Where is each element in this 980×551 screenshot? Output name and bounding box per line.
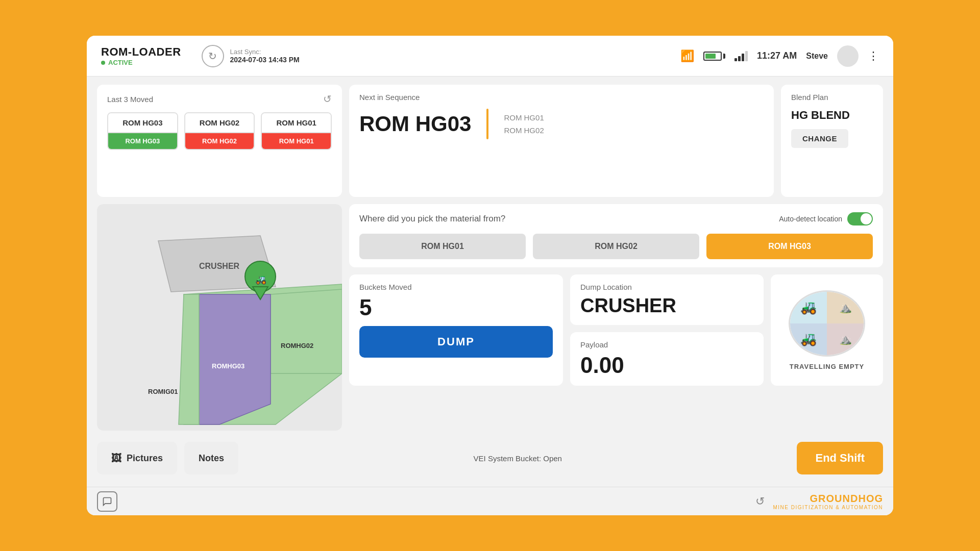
refresh-icon[interactable]: ↺	[755, 495, 765, 508]
map-area: CRUSHER ROM ROMHG02 ROMHG03 ROMIG01	[97, 204, 342, 431]
auto-detect-label: Auto-detect location	[779, 215, 842, 223]
moved-item-2-top: ROM HG01	[262, 113, 331, 133]
avatar	[837, 45, 859, 67]
material-btn-1[interactable]: ROM HG02	[533, 234, 699, 259]
svg-marker-7	[199, 294, 271, 424]
sync-text: Last Sync: 2024-07-03 14:43 PM	[230, 48, 300, 64]
user-name: Steve	[806, 52, 828, 61]
material-btn-2[interactable]: ROM HG03	[706, 234, 873, 259]
moved-item-0: ROM HG03 ROM HG03	[107, 112, 178, 150]
svg-text:🚜: 🚜	[255, 274, 267, 285]
buckets-moved-label: Buckets Moved	[359, 283, 553, 291]
buckets-moved-card: Buckets Moved 5 DUMP	[349, 274, 563, 386]
content: Last 3 Moved ↺ ROM HG03 ROM HG03 ROM HG0…	[87, 77, 893, 487]
pictures-button[interactable]: 🖼 Pictures	[97, 442, 177, 474]
material-btn-0[interactable]: ROM HG01	[359, 234, 526, 259]
pictures-label: Pictures	[127, 453, 163, 464]
vehicle-status-label: TRAVELLING EMPTY	[790, 363, 864, 370]
next-sequence-main: ROM HG03	[359, 112, 471, 136]
moved-item-2-bottom: ROM HG01	[262, 133, 331, 149]
moved-item-0-bottom: ROM HG03	[108, 133, 177, 149]
payload-card: Payload 0.00	[570, 332, 764, 386]
middle-row: CRUSHER ROM ROMHG02 ROMHG03 ROMIG01	[97, 204, 883, 431]
svg-text:ROMIG01: ROMIG01	[148, 388, 178, 395]
app-status-area: ACTIVE	[101, 59, 181, 66]
blend-plan-header: Blend Plan	[791, 93, 873, 102]
svg-text:ROMHG03: ROMHG03	[212, 362, 244, 370]
history-icon[interactable]: ↺	[323, 93, 332, 105]
last-moved-items: ROM HG03 ROM HG03 ROM HG02 ROM HG02 ROM …	[107, 112, 332, 150]
top-row: Last 3 Moved ↺ ROM HG03 ROM HG03 ROM HG0…	[97, 85, 883, 197]
last-moved-title: Last 3 Moved	[107, 95, 153, 104]
vehicle-status-card: 🚜 ⛰️ 🚜 ⛰️ TRAVELLING EMPTY	[771, 274, 883, 386]
next-seq-other-1: ROM HG02	[504, 126, 544, 135]
blend-plan-name: HG BLEND	[791, 109, 873, 122]
next-seq-other-0: ROM HG01	[504, 113, 544, 122]
moved-item-0-top: ROM HG03	[108, 113, 177, 133]
last-moved-header: Last 3 Moved ↺	[107, 93, 332, 105]
material-buttons: ROM HG01 ROM HG02 ROM HG03	[359, 234, 873, 259]
moved-item-1-bottom: ROM HG02	[185, 133, 254, 149]
more-icon[interactable]: ⋮	[868, 49, 879, 63]
app-title: ROM-LOADER	[101, 45, 181, 59]
app-status: ACTIVE	[108, 59, 133, 66]
material-pick-question: Where did you pick the material from?	[359, 214, 505, 224]
battery-fill	[705, 54, 716, 59]
sync-area: ↻ Last Sync: 2024-07-03 14:43 PM	[202, 45, 300, 67]
map-svg: CRUSHER ROM ROMHG02 ROMHG03 ROMIG01	[97, 204, 342, 431]
stats-row: Buckets Moved 5 DUMP Dump Location CRUSH…	[349, 274, 883, 386]
map-card: CRUSHER ROM ROMHG02 ROMHG03 ROMIG01	[97, 204, 342, 431]
dump-location-value: CRUSHER	[580, 295, 753, 317]
notes-button[interactable]: Notes	[184, 442, 238, 474]
next-sequence-header: Next in Sequence	[359, 93, 764, 102]
battery-body	[703, 52, 722, 61]
chat-icon[interactable]	[97, 491, 117, 512]
pictures-icon: 🖼	[111, 453, 121, 464]
vehicle-grid: 🚜 ⛰️ 🚜 ⛰️	[789, 290, 865, 357]
change-button[interactable]: CHANGE	[791, 129, 848, 148]
moved-item-1: ROM HG02 ROM HG02	[184, 112, 255, 150]
groundhog-name: GROUNDHOG	[810, 493, 883, 505]
moved-item-1-top: ROM HG02	[185, 113, 254, 133]
next-divider	[486, 109, 488, 139]
auto-detect-area: Auto-detect location	[779, 212, 873, 226]
next-sequence-card: Next in Sequence ROM HG03 ROM HG01 ROM H…	[349, 85, 774, 197]
svg-marker-5	[271, 289, 342, 373]
toggle-knob	[861, 213, 872, 224]
blend-plan-title: Blend Plan	[791, 93, 828, 102]
battery-tip	[723, 54, 725, 59]
svg-text:ROMHG02: ROMHG02	[281, 342, 313, 349]
next-sequence-content: ROM HG03 ROM HG01 ROM HG02	[359, 109, 764, 139]
payload-value: 0.00	[580, 353, 753, 378]
battery-icon	[703, 52, 725, 61]
moved-item-2: ROM HG01 ROM HG01	[261, 112, 332, 150]
material-pick-header: Where did you pick the material from? Au…	[359, 212, 873, 226]
next-sequence-title: Next in Sequence	[359, 93, 420, 102]
svg-text:CRUSHER: CRUSHER	[199, 262, 240, 270]
auto-detect-toggle[interactable]	[847, 212, 873, 226]
main-container: ROM-LOADER ACTIVE ↻ Last Sync: 2024-07-0…	[87, 36, 893, 515]
right-panel: Where did you pick the material from? Au…	[349, 204, 883, 431]
end-shift-button[interactable]: End Shift	[797, 442, 883, 474]
clock-display: 11:27 AM	[757, 51, 797, 61]
dump-location-label: Dump Location	[580, 283, 753, 291]
payload-label: Payload	[580, 340, 753, 349]
header: ROM-LOADER ACTIVE ↻ Last Sync: 2024-07-0…	[87, 36, 893, 77]
bottom-row: 🖼 Pictures Notes VEI System Bucket: Open…	[97, 438, 883, 479]
dump-location-card: Dump Location CRUSHER	[570, 274, 764, 325]
buckets-moved-value: 5	[359, 295, 553, 320]
groundhog-sub: MINE DIGITIZATION & AUTOMATION	[773, 505, 883, 510]
header-icons: 📶 11:27 AM Steve ⋮	[680, 45, 879, 67]
last-moved-card: Last 3 Moved ↺ ROM HG03 ROM HG03 ROM HG0…	[97, 85, 342, 197]
sync-icon[interactable]: ↻	[202, 45, 224, 67]
material-pick-card: Where did you pick the material from? Au…	[349, 204, 883, 267]
vei-system-text: VEI System Bucket: Open	[246, 454, 790, 463]
footer: ↺ GROUNDHOG MINE DIGITIZATION & AUTOMATI…	[87, 487, 893, 515]
sync-label: Last Sync:	[230, 48, 300, 56]
vehicle-cell-2: 🚜	[790, 323, 827, 355]
status-dot	[101, 61, 105, 65]
dump-button[interactable]: DUMP	[359, 326, 553, 358]
groundhog-logo: GROUNDHOG MINE DIGITIZATION & AUTOMATION	[773, 493, 883, 510]
vehicle-cell-1: ⛰️	[827, 292, 864, 323]
notes-label: Notes	[199, 453, 224, 464]
